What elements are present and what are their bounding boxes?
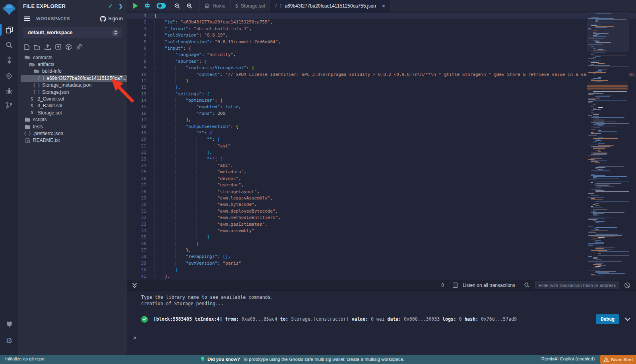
scam-alert-badge[interactable]: Scam Alert — [600, 355, 636, 364]
code-line[interactable]: 8 "sources": { — [127, 58, 636, 65]
tree-item[interactable]: contracts — [18, 54, 127, 61]
copilot-status[interactable]: RemixAI Copilot (enabled) — [541, 356, 595, 361]
tree-item[interactable]: { }.prettierrc.json — [18, 130, 127, 137]
code-line[interactable]: 27 "userdoc", — [127, 182, 636, 188]
code-line[interactable]: 10 "content": "// SPDX-License-Identifie… — [127, 72, 636, 78]
code-line[interactable]: 17 }, — [127, 117, 636, 123]
github-sign-in-button[interactable]: Sign in — [100, 16, 123, 22]
file-explorer-icon[interactable] — [0, 23, 18, 37]
tree-item[interactable]: build-info — [18, 68, 127, 75]
code-editor[interactable]: 1{2 "id": "a69b43f277ba20fcac141151250ca… — [127, 12, 636, 280]
tx-summary-text: [block:5583405 txIndex:4] from: 0xa03...… — [153, 316, 592, 322]
zoom-out-icon[interactable] — [174, 3, 180, 9]
debugger-bug-icon[interactable] — [0, 84, 18, 98]
code-line[interactable]: 3 "_format": "hh-sol-build-info-1", — [127, 26, 636, 32]
code-line[interactable]: 1{ — [127, 13, 636, 19]
tree-item[interactable]: README.txt — [18, 137, 127, 144]
collapse-chevron-icon[interactable]: ❯ — [118, 3, 123, 9]
code-line[interactable]: 4 "solcVersion": "0.8.19", — [127, 32, 636, 39]
remix-logo-icon[interactable] — [1, 2, 17, 17]
publish-ipfs-box-icon[interactable] — [66, 44, 72, 50]
tree-item[interactable]: tests — [18, 123, 127, 130]
remixai-robot-icon[interactable] — [144, 2, 151, 9]
terminal-prompt[interactable]: > — [134, 335, 136, 341]
code-line[interactable]: 38 "remappings": [], — [127, 254, 636, 260]
code-line[interactable]: 35 ] — [127, 234, 636, 240]
code-line[interactable]: 18 "outputSelection": { — [127, 124, 636, 130]
minimap[interactable] — [587, 12, 629, 280]
clear-console-icon[interactable] — [624, 282, 630, 288]
code-line[interactable]: 16 "runs": 200 — [127, 110, 636, 117]
new-file-icon[interactable] — [24, 44, 29, 50]
code-line[interactable]: 19 "*": { — [127, 130, 636, 136]
zoom-in-icon[interactable] — [186, 3, 193, 9]
tree-item[interactable]: artifacts — [18, 61, 127, 68]
code-line[interactable]: 6 "input": { — [127, 45, 636, 52]
copilot-toggle-icon[interactable] — [157, 3, 166, 9]
run-script-play-button[interactable] — [133, 3, 138, 9]
git-branch-icon[interactable] — [0, 99, 18, 112]
code-line[interactable]: 2 "id": "a69b43f277ba20fcac141151250ca75… — [127, 19, 636, 25]
tree-item-label: Storage_metadata.json — [42, 82, 91, 88]
solidity-compiler-icon[interactable] — [0, 53, 18, 67]
plugin-manager-plug-icon[interactable] — [0, 317, 18, 331]
code-line[interactable]: 22 ], — [127, 149, 636, 156]
code-line[interactable]: 34 "evm.assembly" — [127, 228, 636, 234]
search-icon[interactable] — [0, 38, 18, 52]
json-icon: { } — [39, 76, 44, 80]
close-tab-icon[interactable]: × — [382, 3, 385, 9]
new-folder-icon[interactable] — [34, 45, 40, 50]
code-line[interactable]: 5 "solcLongVersion": "0.8.19+commit.7dd6… — [127, 39, 636, 45]
code-line[interactable]: 24 "abi", — [127, 163, 636, 169]
workspace-select[interactable]: default_workspace — [23, 27, 122, 38]
code-line[interactable]: 25 "metadata", — [127, 169, 636, 175]
link-icon[interactable] — [76, 44, 82, 50]
transaction-log-row[interactable]: [block:5583405 txIndex:4] from: 0xa03...… — [141, 314, 630, 324]
tree-item-label: .prettierrc.json — [33, 131, 63, 136]
code-line[interactable]: 29 "evm.legacyAssembly", — [127, 195, 636, 201]
code-line[interactable]: 33 "evm.gasEstimates", — [127, 221, 636, 228]
code-line[interactable]: 11 } — [127, 78, 636, 84]
workspaces-menu-icon[interactable] — [24, 16, 30, 21]
upload-file-icon[interactable] — [45, 44, 51, 50]
code-line[interactable]: 21 "ast" — [127, 143, 636, 149]
tx-expand-chevron-icon[interactable] — [625, 318, 630, 321]
code-line[interactable]: 9 "contracts/Storage.sol": { — [127, 65, 636, 71]
terminal-collapse-icon[interactable] — [132, 283, 137, 288]
code-line[interactable]: 15 "enabled": false, — [127, 104, 636, 110]
line-content: "solcVersion": "0.8.19", — [154, 32, 228, 39]
line-number: 28 — [127, 189, 154, 195]
code-line[interactable]: 31 "evm.deployedBytecode", — [127, 208, 636, 215]
code-line[interactable]: 37 }, — [127, 247, 636, 254]
code-line[interactable]: 39 "evmVersion": "paris" — [127, 260, 636, 267]
code-line[interactable]: 14 "optimizer": { — [127, 97, 636, 104]
deploy-run-icon[interactable] — [0, 69, 18, 83]
code-line[interactable]: 7 "language": "Solidity", — [127, 52, 636, 58]
tab-home[interactable]: Home — [199, 0, 231, 12]
terminal-output[interactable]: Type the library name to see available c… — [127, 290, 636, 355]
tab-a69b43f277ba20fcac141151250ca755-json[interactable]: { }a69b43f277ba20fcac141151250ca755.json… — [270, 0, 390, 12]
code-line[interactable]: 28 "storageLayout", — [127, 189, 636, 195]
init-git-repo-button[interactable]: Initialize as git repo — [5, 356, 44, 361]
tab-storage-sol[interactable]: SStorage.sol — [231, 0, 270, 12]
settings-gear-icon[interactable]: ⚙ — [0, 334, 18, 347]
code-line[interactable]: 30 "evm.bytecode", — [127, 201, 636, 208]
code-line[interactable]: 23 "*": [ — [127, 156, 636, 163]
code-line[interactable]: 13 "settings": { — [127, 91, 636, 97]
tree-item[interactable]: scripts — [18, 116, 127, 123]
code-line[interactable]: 32 "evm.methodIdentifiers", — [127, 215, 636, 221]
line-content: "metadata", — [154, 169, 246, 175]
line-number: 34 — [127, 228, 154, 234]
listen-all-checkbox[interactable] — [453, 283, 458, 288]
transaction-filter-input[interactable] — [535, 281, 619, 289]
code-line[interactable]: 20 "": [ — [127, 136, 636, 143]
code-line[interactable]: 12 }, — [127, 84, 636, 91]
line-content: "": [ — [154, 136, 220, 143]
code-line[interactable]: 40 } — [127, 267, 636, 273]
upload-folder-icon[interactable] — [55, 44, 61, 50]
code-line[interactable]: 26 "devdoc", — [127, 176, 636, 182]
code-line[interactable]: 41 }, — [127, 273, 636, 280]
debug-button[interactable]: Debug — [596, 314, 619, 324]
code-line[interactable]: 36 } — [127, 241, 636, 247]
tree-item[interactable]: SStorage.sol — [18, 109, 127, 116]
